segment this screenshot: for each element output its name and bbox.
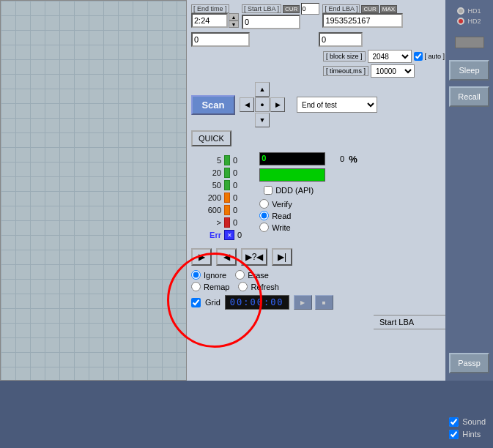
bar-row-5: 5 0 xyxy=(196,155,242,165)
bar-indicator-200 xyxy=(224,193,230,203)
refresh-radio[interactable] xyxy=(238,282,248,291)
dir-center[interactable]: ● xyxy=(255,97,270,112)
back-button[interactable]: ◀ xyxy=(216,248,237,266)
end-time-spinner[interactable]: ▲ ▼ xyxy=(229,13,239,28)
hints-checkbox[interactable] xyxy=(449,430,459,439)
timer-btn2[interactable]: ■ xyxy=(315,295,333,310)
progress-fill2 xyxy=(260,169,325,181)
timeout-select[interactable]: 10000 xyxy=(371,64,415,78)
block-size-select[interactable]: 2048 xyxy=(368,50,412,63)
sound-label: Sound xyxy=(462,417,486,426)
grid-label: Grid xyxy=(205,298,220,307)
ignore-row: Ignore xyxy=(191,270,226,280)
ddd-checkbox[interactable] xyxy=(264,186,273,195)
start-lba-cur-input[interactable] xyxy=(301,3,319,15)
bar-value-err: 0 xyxy=(237,231,242,239)
start-lba-label-row: [ Start LBA ] CUR xyxy=(242,3,319,15)
erase-radio[interactable] xyxy=(235,270,245,280)
sound-checkbox[interactable] xyxy=(449,417,459,427)
bar-label-200: 200 xyxy=(196,193,221,202)
read-radio[interactable] xyxy=(259,211,269,220)
second-end-input[interactable] xyxy=(319,32,363,47)
radio-dot-row2: HD2 xyxy=(457,18,481,25)
ignore-label: Ignore xyxy=(204,271,226,280)
dir-down[interactable]: ▼ xyxy=(255,113,270,127)
vrw-section: Verify Read Write xyxy=(259,199,357,232)
bar-row-err: Err ✕ 0 xyxy=(196,230,242,240)
progress-label1: 0 xyxy=(262,154,266,163)
sound-hints: Sound Hints xyxy=(449,417,486,439)
bar-value-200: 0 xyxy=(233,193,237,202)
end-time-up[interactable]: ▲ xyxy=(229,13,239,20)
play-button[interactable]: ▶ xyxy=(191,248,212,266)
write-radio[interactable] xyxy=(259,223,269,232)
end-lba-label: [ End LBA ] xyxy=(322,4,360,13)
end-time-down[interactable]: ▼ xyxy=(229,20,239,28)
spacer1: 0 xyxy=(330,154,344,163)
end-of-test-group: End of test xyxy=(297,97,377,113)
dir-right[interactable]: ▶ xyxy=(270,97,285,112)
erase-label: Erase xyxy=(248,271,269,280)
recall-button[interactable]: Recall xyxy=(449,86,489,107)
main-panel: [ End time ] ▲ ▼ [ Start LBA ] CUR xyxy=(0,0,493,448)
radio-dot2 xyxy=(457,18,464,25)
radio-dot-row1: HD1 xyxy=(457,7,481,15)
bar-value-600: 0 xyxy=(233,206,237,214)
small-btn-pair: ▶ ■ xyxy=(294,295,333,310)
bar-indicator-err: ✕ xyxy=(224,230,234,240)
bar-value-20: 0 xyxy=(233,168,237,177)
grid-area xyxy=(0,0,187,381)
ier-row1: Ignore Erase xyxy=(191,270,489,280)
remap-radio[interactable] xyxy=(191,282,201,291)
end-of-test-select[interactable]: End of test xyxy=(297,97,377,113)
grid-checkbox[interactable] xyxy=(191,298,201,307)
timer-btn1[interactable]: ▶ xyxy=(294,295,312,310)
ignore-radio[interactable] xyxy=(191,270,201,280)
refresh-label: Refresh xyxy=(251,283,279,291)
end-lba-cur: CUR xyxy=(361,5,378,13)
verify-label: Verify xyxy=(272,200,292,209)
dir-left[interactable]: ◀ xyxy=(240,97,254,112)
auto-checkbox[interactable] xyxy=(414,52,423,61)
top-radio-dots: HD1 HD2 xyxy=(457,7,481,25)
color-bar-indicator xyxy=(455,37,484,48)
bar-value-gt: 0 xyxy=(233,218,237,227)
bar-indicator-gt xyxy=(224,217,230,228)
end-lba-input[interactable] xyxy=(322,13,403,28)
block-size-label: [ block size ] xyxy=(323,51,366,61)
skip-button[interactable]: ▶?◀ xyxy=(241,248,267,266)
bar-indicator-20 xyxy=(224,168,230,178)
dir-up[interactable]: ▲ xyxy=(255,82,270,97)
start-lba-input[interactable] xyxy=(242,15,300,29)
second-start-input[interactable] xyxy=(191,32,250,47)
ddd-label: DDD (API) xyxy=(275,186,314,195)
bar-row-20: 20 0 xyxy=(196,168,242,178)
quick-button[interactable]: QUICK xyxy=(191,130,231,146)
end-lba-label-row: [ End LBA ] CUR MAX xyxy=(322,4,397,13)
ddd-row: DDD (API) xyxy=(259,184,357,196)
bar-label-600: 600 xyxy=(196,206,221,214)
bar-row-gt: > 0 xyxy=(196,217,242,228)
bar-label-50: 50 xyxy=(196,181,221,190)
bar-label-20: 20 xyxy=(196,168,221,177)
erase-row: Erase xyxy=(235,270,269,280)
radio-dot1 xyxy=(457,7,464,15)
read-row: Read xyxy=(259,211,357,220)
hints-label: Hints xyxy=(462,430,481,438)
bar-indicator-50 xyxy=(224,180,230,190)
passp-button[interactable]: Passp xyxy=(449,353,489,373)
end-time-input[interactable] xyxy=(191,13,228,28)
bar-row-600: 600 0 xyxy=(196,205,242,215)
verify-radio[interactable] xyxy=(259,199,269,209)
progress-row1: 0 0 % xyxy=(259,152,357,165)
remap-row: Remap xyxy=(191,282,229,291)
read-label: Read xyxy=(272,212,291,220)
sound-row: Sound xyxy=(449,417,486,427)
start-lba-cur: CUR xyxy=(283,5,300,13)
sleep-button[interactable]: Sleep xyxy=(449,60,489,81)
end-time-group: [ End time ] ▲ ▼ xyxy=(191,4,239,28)
write-row: Write xyxy=(259,223,357,232)
end-button[interactable]: ▶| xyxy=(272,248,292,266)
radio-label1: HD1 xyxy=(467,7,481,15)
scan-button[interactable]: Scan xyxy=(191,95,235,115)
